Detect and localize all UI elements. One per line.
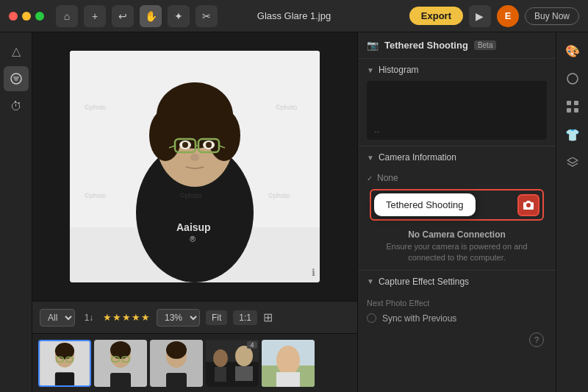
svg-rect-51	[276, 372, 300, 387]
sync-radio-label: Sync with Previous	[382, 313, 456, 324]
filmstrip-thumb-2[interactable]	[94, 340, 147, 387]
capture-section-header[interactable]: ▼ Capture Effect Settings	[358, 271, 556, 293]
thumb-badge-4: 4	[247, 341, 257, 349]
triangle-tool-icon[interactable]: △	[4, 38, 29, 63]
svg-text:©photo: ©photo	[276, 104, 297, 111]
buy-now-button[interactable]: Buy Now	[525, 7, 579, 25]
layers-icon[interactable]	[560, 150, 585, 175]
grid-pattern-icon[interactable]	[560, 94, 585, 119]
no-camera-sub: Ensure your camera is powered on and con…	[367, 241, 547, 264]
svg-point-44	[213, 349, 228, 367]
undo-button[interactable]: ↩	[112, 5, 134, 27]
svg-point-40	[166, 341, 187, 359]
close-button[interactable]	[9, 12, 18, 21]
photo-canvas: Aaisup ® ©photo ©photo ©photo ©photo ©ph…	[32, 32, 357, 301]
camera-none-row: ✓ None	[358, 168, 556, 188]
main-layout: △ ⏱	[0, 32, 588, 392]
fit-button[interactable]: Fit	[206, 310, 227, 325]
sync-radio-row[interactable]: Sync with Previous	[358, 310, 556, 327]
svg-text:©photo: ©photo	[180, 192, 201, 199]
stamp-tool-button[interactable]: ✦	[168, 5, 190, 27]
next-photo-row: Next Photo Effect	[358, 293, 556, 310]
traffic-lights	[9, 12, 44, 21]
home-button[interactable]: ⌂	[56, 5, 78, 27]
camera-icon	[523, 200, 534, 210]
svg-point-16	[182, 142, 188, 148]
top-bar: ⌂ + ↩ ✋ ✦ ✂ Glass Glare 1.jpg Export ▶ E…	[0, 0, 588, 32]
left-toolbar: △ ⏱	[0, 32, 32, 392]
top-bar-right: Export ▶ E Buy Now	[409, 5, 579, 27]
sort-button[interactable]: 1↓	[81, 310, 97, 326]
svg-point-52	[567, 74, 578, 84]
svg-rect-56	[574, 108, 578, 113]
canvas-area: Aaisup ® ©photo ©photo ©photo ©photo ©ph…	[32, 32, 357, 392]
star-rating: ★★★★★	[103, 312, 151, 323]
histogram-chevron-icon: ▼	[367, 66, 374, 74]
sync-radio-button[interactable]	[367, 313, 376, 323]
none-label: None	[377, 173, 398, 183]
camera-info-section-label: Camera Information	[379, 152, 456, 163]
next-photo-label: Next Photo Effect	[367, 299, 429, 307]
filmstrip: 4	[32, 333, 357, 392]
filmstrip-thumb-3[interactable]	[150, 340, 203, 387]
svg-text:©photo: ©photo	[268, 192, 290, 199]
svg-rect-47	[235, 366, 253, 381]
minimize-button[interactable]	[22, 12, 31, 21]
tethered-tooltip-row: Tethered Shooting	[364, 189, 550, 221]
one-to-one-button[interactable]: 1:1	[233, 310, 257, 325]
bandaid-tool-button[interactable]: ✂	[196, 5, 218, 27]
tethered-shooting-tooltip: Tethered Shooting	[374, 193, 476, 216]
svg-point-18	[190, 154, 199, 161]
svg-text:©photo: ©photo	[85, 192, 106, 199]
svg-rect-41	[166, 373, 187, 387]
zoom-select[interactable]: 13%	[157, 309, 200, 327]
filmstrip-thumb-5[interactable]	[262, 340, 315, 387]
svg-point-8	[208, 110, 240, 161]
panel-header: 📷 Tethered Shooting Beta	[358, 32, 556, 59]
panel-title: Tethered Shooting	[384, 40, 468, 51]
filter-tool-icon[interactable]	[4, 66, 29, 91]
histogram-section-header[interactable]: ▼ Histogram	[358, 59, 556, 81]
main-photo: Aaisup ® ©photo ©photo ©photo ©photo ©ph…	[70, 51, 320, 282]
photo-info-icon[interactable]: ℹ	[312, 267, 315, 278]
file-name: Glass Glare 1.jpg	[257, 10, 331, 21]
far-right-toolbar: 🎨 👕	[556, 32, 588, 392]
help-icon[interactable]: ?	[529, 332, 544, 347]
svg-point-50	[276, 346, 300, 375]
camera-info-section: ▼ Camera Information ✓ None Tethered Sho…	[358, 146, 556, 270]
filter-select[interactable]: All	[40, 309, 75, 327]
checkmark-icon: ✓	[367, 174, 373, 182]
tethered-shooting-outline: Tethered Shooting	[370, 189, 544, 221]
histogram-chart: --	[367, 81, 547, 140]
svg-text:©photo: ©photo	[85, 104, 106, 111]
add-button[interactable]: +	[84, 5, 106, 27]
svg-point-46	[235, 346, 253, 366]
capture-section: ▼ Capture Effect Settings Next Photo Eff…	[358, 270, 556, 327]
export-button[interactable]: Export	[409, 7, 463, 25]
avatar[interactable]: E	[497, 5, 519, 27]
grid-view-button[interactable]: ⊞	[263, 310, 273, 324]
filmstrip-thumb-4[interactable]: 4	[206, 340, 259, 387]
clock-tool-icon[interactable]: ⏱	[4, 94, 29, 119]
fullscreen-button[interactable]	[35, 12, 44, 21]
svg-point-17	[206, 142, 212, 148]
histogram-dash: --	[374, 126, 379, 135]
no-camera-title: No Camera Connection	[367, 229, 547, 240]
svg-point-7	[149, 110, 182, 161]
svg-rect-45	[215, 367, 226, 382]
bottom-strip: All 1↓ ★★★★★ 13% Fit 1:1 ⊞	[32, 301, 357, 333]
circle-icon[interactable]	[560, 66, 585, 91]
hand-tool-button[interactable]: ✋	[140, 5, 162, 27]
camera-panel-icon: 📷	[367, 40, 379, 51]
tshirt-icon[interactable]: 👕	[560, 122, 585, 147]
camera-info-section-header[interactable]: ▼ Camera Information	[358, 146, 556, 168]
right-panel: 📷 Tethered Shooting Beta ▼ Histogram -- …	[357, 32, 556, 392]
svg-rect-54	[574, 101, 578, 105]
svg-rect-35	[110, 373, 131, 387]
capture-chevron-icon: ▼	[367, 277, 374, 285]
filmstrip-thumb-1[interactable]	[38, 340, 91, 387]
palette-icon[interactable]: 🎨	[560, 38, 585, 63]
tethered-camera-button[interactable]	[517, 194, 539, 216]
capture-section-label: Capture Effect Settings	[379, 277, 469, 287]
arrow-right-button[interactable]: ▶	[469, 5, 491, 27]
